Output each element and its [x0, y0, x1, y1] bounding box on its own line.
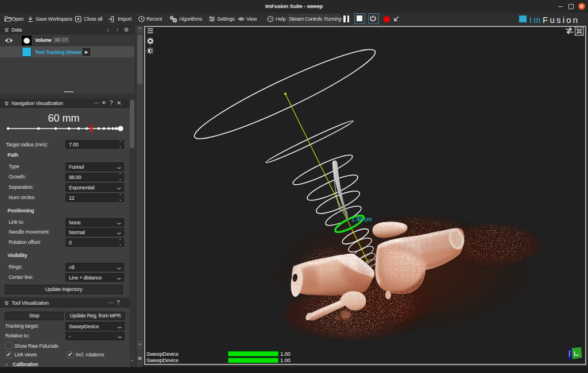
svg-text:1.00: 1.00 [280, 351, 291, 357]
svg-text:?: ? [269, 17, 272, 22]
svg-text:1.46 cm: 1.46 cm [351, 216, 372, 223]
svg-text:1.00: 1.00 [280, 357, 291, 363]
svg-text:SweepDevice: SweepDevice [146, 357, 179, 363]
svg-text:SweepDevice: SweepDevice [146, 351, 179, 357]
